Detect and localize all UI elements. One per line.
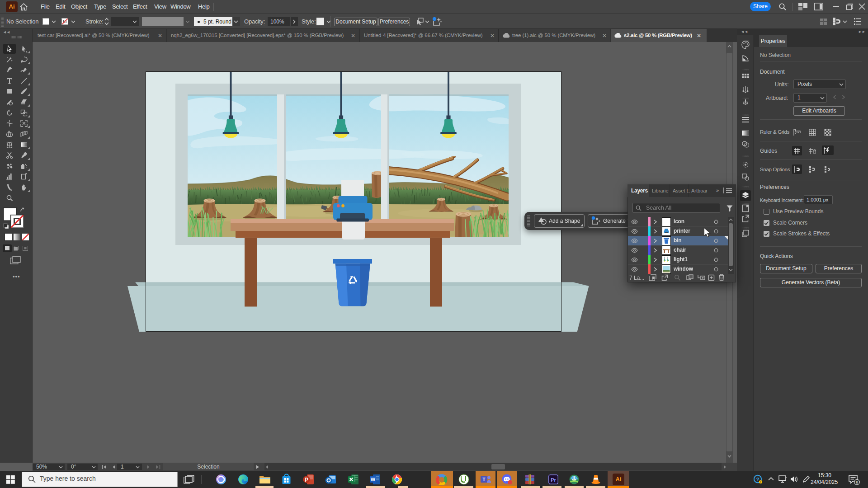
svg-text:T: T (482, 477, 486, 482)
svg-text:W: W (371, 477, 376, 482)
svg-text:?: ? (756, 477, 759, 482)
svg-text:8: 8 (856, 480, 858, 484)
svg-text:!: ! (760, 480, 761, 483)
svg-text:Pr: Pr (551, 477, 556, 483)
svg-text:P: P (305, 477, 308, 483)
